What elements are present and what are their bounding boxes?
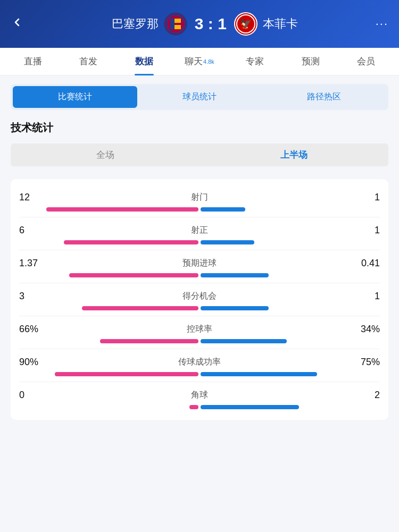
period-half1[interactable]: 上半场 bbox=[200, 143, 388, 166]
stat-row-shots_on_target: 6 射正 1 bbox=[19, 217, 380, 250]
stat-right-shots_on_target: 1 bbox=[348, 225, 380, 236]
stat-values-corners: 0 角球 2 bbox=[19, 390, 380, 401]
tab-lineup[interactable]: 首发 bbox=[61, 48, 116, 75]
more-button[interactable]: ··· bbox=[376, 17, 388, 31]
bar-right-container-scoring_chances bbox=[201, 306, 380, 310]
stat-label-shots: 射门 bbox=[191, 192, 208, 203]
bar-right-possession bbox=[201, 339, 287, 343]
stat-label-corners: 角球 bbox=[191, 390, 208, 401]
stat-left-expected_goals: 1.37 bbox=[19, 258, 51, 269]
stat-label-scoring_chances: 得分机会 bbox=[182, 291, 217, 302]
tab-chat[interactable]: 聊天4.8k bbox=[172, 48, 227, 75]
stat-values-possession: 66% 控球率 34% bbox=[19, 324, 380, 335]
bar-left-container-pass_accuracy bbox=[19, 372, 198, 376]
content-area: 比赛统计 球员统计 路径热区 技术统计 全场 上半场 12 射门 1 bbox=[0, 75, 399, 532]
stat-right-scoring_chances: 1 bbox=[348, 291, 380, 302]
stat-label-pass_accuracy: 传球成功率 bbox=[178, 357, 221, 368]
stat-bars-expected_goals bbox=[19, 273, 380, 277]
stat-values-scoring_chances: 3 得分机会 1 bbox=[19, 291, 380, 302]
header: 巴塞罗那 3 : 1 🦅 本菲卡 ··· bbox=[0, 0, 399, 48]
period-selector: 全场 上半场 bbox=[11, 143, 388, 166]
stat-values-pass_accuracy: 90% 传球成功率 75% bbox=[19, 357, 380, 368]
nav-tabs: 直播 首发 数据 聊天4.8k 专家 预测 会员 bbox=[0, 48, 399, 75]
sub-tab-heatmap[interactable]: 路径热区 bbox=[262, 86, 386, 108]
svg-rect-1 bbox=[170, 19, 174, 29]
bar-right-expected_goals bbox=[201, 273, 269, 277]
bar-left-possession bbox=[100, 339, 198, 343]
bar-right-container-possession bbox=[201, 339, 380, 343]
stat-values-shots_on_target: 6 射正 1 bbox=[19, 225, 380, 236]
stat-bars-corners bbox=[19, 405, 380, 409]
away-team-logo: 🦅 bbox=[234, 12, 257, 36]
stat-left-shots: 12 bbox=[19, 192, 51, 203]
stat-bars-pass_accuracy bbox=[19, 372, 380, 376]
stat-right-shots: 1 bbox=[348, 192, 380, 203]
stat-bars-scoring_chances bbox=[19, 306, 380, 310]
tab-live[interactable]: 直播 bbox=[5, 48, 61, 75]
stat-row-pass_accuracy: 90% 传球成功率 75% bbox=[19, 349, 380, 382]
bar-left-container-scoring_chances bbox=[19, 306, 198, 310]
sub-tab-match-stats[interactable]: 比赛统计 bbox=[13, 86, 137, 108]
stat-label-expected_goals: 预期进球 bbox=[182, 258, 217, 269]
bar-right-container-pass_accuracy bbox=[201, 372, 380, 376]
stat-right-possession: 34% bbox=[348, 324, 380, 335]
bar-left-container-possession bbox=[19, 339, 198, 343]
bar-right-shots_on_target bbox=[201, 240, 254, 244]
bar-left-expected_goals bbox=[69, 273, 198, 277]
bar-left-corners bbox=[189, 405, 198, 409]
bar-left-scoring_chances bbox=[82, 306, 198, 310]
sub-tabs: 比赛统计 球员统计 路径热区 bbox=[11, 84, 388, 110]
stat-row-expected_goals: 1.37 预期进球 0.41 bbox=[19, 250, 380, 283]
svg-rect-2 bbox=[174, 19, 181, 23]
bar-left-pass_accuracy bbox=[55, 372, 198, 376]
stat-values-shots: 12 射门 1 bbox=[19, 192, 380, 203]
bar-right-pass_accuracy bbox=[201, 372, 317, 376]
svg-text:🦅: 🦅 bbox=[240, 18, 252, 30]
match-info: 巴塞罗那 3 : 1 🦅 本菲卡 bbox=[34, 12, 376, 36]
bar-left-shots bbox=[46, 207, 198, 212]
back-button[interactable] bbox=[11, 15, 34, 32]
bar-right-container-corners bbox=[201, 405, 380, 409]
stat-row-scoring_chances: 3 得分机会 1 bbox=[19, 283, 380, 316]
stat-row-shots: 12 射门 1 bbox=[19, 184, 380, 217]
bar-left-container-corners bbox=[19, 405, 198, 409]
bar-right-container-shots_on_target bbox=[201, 240, 380, 244]
bar-right-container-expected_goals bbox=[201, 273, 380, 277]
stat-left-possession: 66% bbox=[19, 324, 51, 335]
away-team-name: 本菲卡 bbox=[263, 16, 298, 32]
tab-expert[interactable]: 专家 bbox=[227, 48, 282, 75]
tab-predict[interactable]: 预测 bbox=[282, 48, 338, 75]
bar-left-shots_on_target bbox=[64, 240, 198, 244]
stat-right-pass_accuracy: 75% bbox=[348, 357, 380, 368]
bar-left-container-shots bbox=[19, 207, 198, 212]
stat-bars-possession bbox=[19, 339, 380, 343]
bar-right-shots bbox=[201, 207, 245, 212]
stat-row-corners: 0 角球 2 bbox=[19, 382, 380, 415]
tab-member[interactable]: 会员 bbox=[338, 48, 394, 75]
section-title: 技术统计 bbox=[11, 121, 388, 135]
bar-left-container-expected_goals bbox=[19, 273, 198, 277]
stat-left-pass_accuracy: 90% bbox=[19, 357, 51, 368]
stat-row-possession: 66% 控球率 34% bbox=[19, 316, 380, 349]
stat-bars-shots_on_target bbox=[19, 240, 380, 244]
stat-left-scoring_chances: 3 bbox=[19, 291, 51, 302]
score-display: 3 : 1 bbox=[195, 15, 227, 33]
stat-label-possession: 控球率 bbox=[187, 324, 212, 335]
stat-right-corners: 2 bbox=[348, 390, 380, 401]
period-full[interactable]: 全场 bbox=[11, 143, 200, 166]
stats-container: 12 射门 1 6 射正 1 1.37 bbox=[11, 179, 388, 420]
svg-rect-4 bbox=[174, 23, 181, 25]
sub-tab-player-stats[interactable]: 球员统计 bbox=[137, 86, 262, 108]
bar-left-container-shots_on_target bbox=[19, 240, 198, 244]
stat-left-shots_on_target: 6 bbox=[19, 225, 51, 236]
stat-right-expected_goals: 0.41 bbox=[348, 258, 380, 269]
stat-bars-shots bbox=[19, 207, 380, 212]
stat-left-corners: 0 bbox=[19, 390, 51, 401]
home-team-name: 巴塞罗那 bbox=[112, 16, 159, 32]
bar-right-container-shots bbox=[201, 207, 380, 212]
bar-right-scoring_chances bbox=[201, 306, 269, 310]
tab-data[interactable]: 数据 bbox=[117, 48, 172, 75]
home-team-logo bbox=[164, 12, 187, 36]
bar-right-corners bbox=[201, 405, 299, 409]
svg-rect-3 bbox=[174, 25, 181, 29]
